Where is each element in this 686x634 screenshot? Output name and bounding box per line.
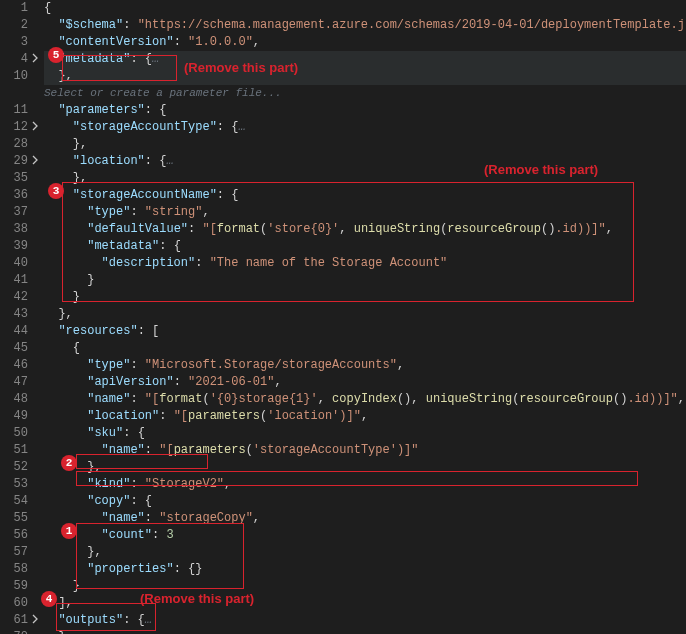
- json-string: )]": [397, 443, 419, 457]
- fold-ellipsis[interactable]: …: [152, 52, 159, 66]
- json-string: "StorageV2": [145, 477, 224, 491]
- line-number: 43: [0, 306, 38, 323]
- json-key: "type": [87, 358, 130, 372]
- fold-ellipsis[interactable]: …: [238, 120, 245, 134]
- json-string: "[: [202, 222, 216, 236]
- line-number: 59: [0, 578, 38, 595]
- json-key: "name": [87, 392, 130, 406]
- annotation-marker: 2: [61, 455, 77, 471]
- brace: },: [58, 69, 72, 83]
- json-string: "https://schema.management.azure.com/sch…: [138, 18, 686, 32]
- line-number: 56: [0, 527, 38, 544]
- json-key: "location": [87, 409, 159, 423]
- chevron-right-icon[interactable]: [30, 121, 40, 131]
- json-key: "sku": [87, 426, 123, 440]
- json-string: "[: [174, 409, 188, 423]
- json-string: "2021-06-01": [188, 375, 274, 389]
- line-number: 1: [0, 0, 38, 17]
- line-number: 47: [0, 374, 38, 391]
- code-content[interactable]: { "$schema": "https://schema.management.…: [42, 0, 686, 634]
- json-string: "[: [145, 392, 159, 406]
- line-number: 57: [0, 544, 38, 561]
- line-number: 45: [0, 340, 38, 357]
- line-number: 44: [0, 323, 38, 340]
- annotation-text: (Remove this part): [140, 591, 254, 606]
- json-key: "metadata": [87, 239, 159, 253]
- line-number: 70: [0, 629, 38, 634]
- json-key: "parameters": [58, 103, 144, 117]
- line-number: 29: [0, 153, 38, 170]
- json-string: "string": [145, 205, 203, 219]
- fn: resourceGroup: [519, 392, 613, 406]
- fn: copyIndex: [332, 392, 397, 406]
- fn: format: [159, 392, 202, 406]
- fold-ellipsis[interactable]: …: [166, 154, 173, 168]
- line-number: 51: [0, 442, 38, 459]
- line-number: 40: [0, 255, 38, 272]
- line-number: 58: [0, 561, 38, 578]
- json-key: "resources": [58, 324, 137, 338]
- line-number: 4: [0, 51, 38, 68]
- line-number: [0, 85, 38, 102]
- line-number: 55: [0, 510, 38, 527]
- json-string: "1.0.0.0": [188, 35, 253, 49]
- line-number: 48: [0, 391, 38, 408]
- json-key: "type": [87, 205, 130, 219]
- line-number: 61: [0, 612, 38, 629]
- line-number: 53: [0, 476, 38, 493]
- parameter-file-hint[interactable]: Select or create a parameter file...: [44, 87, 282, 99]
- json-key: "metadata": [58, 52, 130, 66]
- line-number: 2: [0, 17, 38, 34]
- json-string: "storageCopy": [159, 511, 253, 525]
- annotation-marker: 1: [61, 523, 77, 539]
- line-number: 3: [0, 34, 38, 51]
- json-string: .id))]": [627, 392, 677, 406]
- line-number: 49: [0, 408, 38, 425]
- line-number: 12: [0, 119, 38, 136]
- line-number: 52: [0, 459, 38, 476]
- annotation-text: (Remove this part): [184, 60, 298, 75]
- brace: {: [44, 1, 51, 15]
- json-key: "name": [102, 443, 145, 457]
- line-number: 42: [0, 289, 38, 306]
- chevron-right-icon[interactable]: [30, 614, 40, 624]
- chevron-right-icon[interactable]: [30, 155, 40, 165]
- json-string: "[: [159, 443, 173, 457]
- json-key: "outputs": [58, 613, 123, 627]
- fn: parameters: [174, 443, 246, 457]
- brace: },: [73, 171, 87, 185]
- line-number: 60: [0, 595, 38, 612]
- line-number: 50: [0, 425, 38, 442]
- json-key: "copy": [87, 494, 130, 508]
- fn: parameters: [188, 409, 260, 423]
- line-number: 38: [0, 221, 38, 238]
- line-number: 36: [0, 187, 38, 204]
- json-key: "count": [102, 528, 152, 542]
- json-key: "properties": [87, 562, 173, 576]
- chevron-right-icon[interactable]: [30, 53, 40, 63]
- line-number-gutter: 1234101112282935363738394041424344454647…: [0, 0, 42, 634]
- json-key: "contentVersion": [58, 35, 173, 49]
- json-key: "apiVersion": [87, 375, 173, 389]
- arg: '{0}storage{1}': [210, 392, 318, 406]
- brace: },: [73, 137, 87, 151]
- fold-ellipsis[interactable]: …: [145, 613, 152, 627]
- json-key: "name": [102, 511, 145, 525]
- code-editor[interactable]: 1234101112282935363738394041424344454647…: [0, 0, 686, 634]
- arg: 'store{0}': [267, 222, 339, 236]
- line-number: 46: [0, 357, 38, 374]
- fn: resourceGroup: [447, 222, 541, 236]
- annotation-marker: 4: [41, 591, 57, 607]
- json-string: .id))]": [555, 222, 605, 236]
- json-key: "location": [73, 154, 145, 168]
- json-key: "kind": [87, 477, 130, 491]
- json-string: "The name of the Storage Account": [210, 256, 448, 270]
- line-number: 37: [0, 204, 38, 221]
- json-key: "description": [102, 256, 196, 270]
- line-number: 39: [0, 238, 38, 255]
- json-key: "storageAccountName": [73, 188, 217, 202]
- line-number: 28: [0, 136, 38, 153]
- arg: 'storageAccountType': [253, 443, 397, 457]
- arg: 'location': [267, 409, 339, 423]
- line-number: 35: [0, 170, 38, 187]
